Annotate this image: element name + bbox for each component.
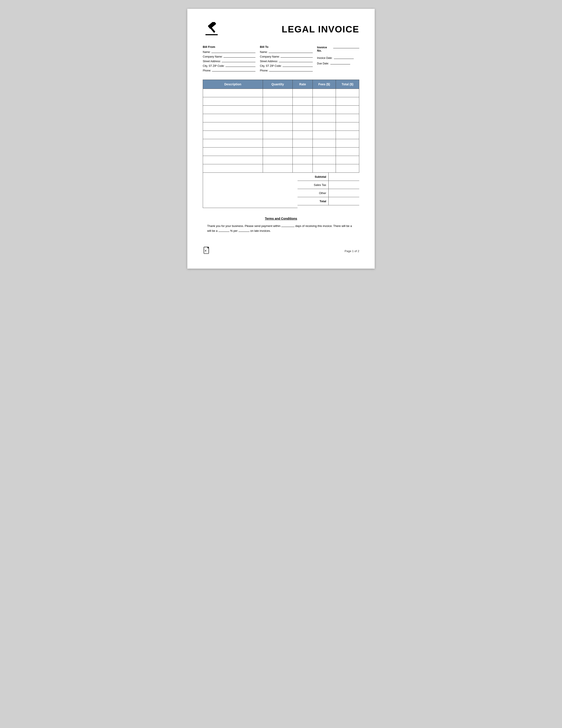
cell-rate[interactable] — [293, 114, 313, 122]
invoice-date-row: Invoice Date: — [317, 56, 359, 60]
table-row — [203, 114, 359, 122]
cell-qty[interactable] — [263, 89, 293, 97]
terms-blank-per[interactable] — [239, 229, 250, 232]
cell-fees[interactable] — [312, 148, 336, 156]
cell-qty[interactable] — [263, 131, 293, 139]
cell-rate[interactable] — [293, 148, 313, 156]
svg-rect-2 — [206, 34, 218, 35]
bill-from-phone-value[interactable] — [212, 68, 256, 71]
terms-heading: Terms and Conditions — [203, 217, 359, 220]
cell-fees[interactable] — [312, 131, 336, 139]
notes-area[interactable] — [203, 173, 297, 208]
cell-rate[interactable] — [293, 89, 313, 97]
other-value[interactable] — [328, 189, 359, 197]
cell-desc[interactable] — [203, 156, 263, 164]
cell-fees[interactable] — [312, 156, 336, 164]
cell-total[interactable] — [336, 148, 359, 156]
sales-tax-value[interactable] — [328, 181, 359, 189]
bill-to-name-value[interactable] — [269, 50, 313, 53]
invoice-info-column: Invoice No. Invoice Date: Due Date: — [317, 45, 359, 73]
cell-desc[interactable] — [203, 131, 263, 139]
cell-fees[interactable] — [312, 114, 336, 122]
cell-desc[interactable] — [203, 148, 263, 156]
bill-to-phone-label: Phone: — [260, 69, 268, 72]
cell-qty[interactable] — [263, 164, 293, 173]
cell-desc[interactable] — [203, 164, 263, 173]
due-date-row: Due Date: — [317, 61, 359, 65]
terms-blank-days[interactable] — [281, 224, 294, 227]
table-row — [203, 89, 359, 97]
subtotal-value[interactable] — [328, 173, 359, 181]
table-row — [203, 156, 359, 164]
bill-to-phone-value[interactable] — [269, 68, 312, 71]
cell-desc[interactable] — [203, 89, 263, 97]
cell-total[interactable] — [336, 131, 359, 139]
cell-total[interactable] — [336, 89, 359, 97]
other-label: Other — [306, 190, 328, 197]
cell-desc[interactable] — [203, 139, 263, 148]
bill-from-address-label: Street Address: — [203, 60, 221, 63]
cell-fees[interactable] — [312, 106, 336, 114]
cell-rate[interactable] — [293, 156, 313, 164]
cell-fees[interactable] — [312, 139, 336, 148]
bill-to-city-label: City, ST ZIP Code: — [260, 64, 281, 67]
bill-from-name-value[interactable] — [211, 50, 256, 53]
cell-total[interactable] — [336, 106, 359, 114]
cell-qty[interactable] — [263, 97, 293, 106]
cell-total[interactable] — [336, 114, 359, 122]
cell-qty[interactable] — [263, 122, 293, 131]
bill-to-company-label: Company Name: — [260, 55, 280, 58]
cell-fees[interactable] — [312, 97, 336, 106]
bill-from-address-value[interactable] — [222, 59, 256, 62]
cell-rate[interactable] — [293, 106, 313, 114]
cell-fees[interactable] — [312, 122, 336, 131]
cell-qty[interactable] — [263, 139, 293, 148]
total-label: Total — [306, 198, 328, 205]
bill-to-city-value[interactable] — [282, 64, 313, 67]
cell-total[interactable] — [336, 139, 359, 148]
cell-fees[interactable] — [312, 89, 336, 97]
terms-blank-percent[interactable] — [219, 229, 230, 232]
cell-qty[interactable] — [263, 106, 293, 114]
cell-fees[interactable] — [312, 164, 336, 173]
invoice-table: Description Quantity Rate Fees ($) Total… — [203, 80, 359, 173]
cell-desc[interactable] — [203, 122, 263, 131]
cell-total[interactable] — [336, 156, 359, 164]
bill-from-phone-label: Phone: — [203, 69, 211, 72]
bill-to-company-value[interactable] — [281, 54, 312, 58]
bill-to-name-label: Name: — [260, 51, 268, 54]
subtotal-label: Subtotal — [306, 173, 328, 180]
bill-to-name-row: Name: — [260, 50, 312, 54]
cell-rate[interactable] — [293, 139, 313, 148]
bill-from-city-value[interactable] — [226, 64, 256, 67]
cell-total[interactable] — [336, 97, 359, 106]
invoice-no-value[interactable] — [333, 45, 359, 48]
cell-desc[interactable] — [203, 114, 263, 122]
terms-text-part4: on late invoices. — [250, 229, 271, 232]
invoice-date-label: Invoice Date: — [317, 56, 332, 60]
col-rate: Rate — [293, 80, 313, 89]
due-date-value[interactable] — [330, 61, 350, 64]
bill-from-phone-row: Phone: — [203, 68, 256, 72]
cell-desc[interactable] — [203, 97, 263, 106]
invoice-date-value[interactable] — [334, 56, 354, 59]
cell-rate[interactable] — [293, 131, 313, 139]
cell-rate[interactable] — [293, 122, 313, 131]
total-value[interactable] — [328, 197, 359, 205]
bill-from-company-value[interactable] — [224, 54, 256, 58]
cell-total[interactable] — [336, 164, 359, 173]
invoice-title: LEGAL INVOICE — [221, 24, 359, 35]
cell-qty[interactable] — [263, 114, 293, 122]
cell-rate[interactable] — [293, 97, 313, 106]
cell-qty[interactable] — [263, 156, 293, 164]
cell-rate[interactable] — [293, 164, 313, 173]
cell-desc[interactable] — [203, 106, 263, 114]
cell-qty[interactable] — [263, 148, 293, 156]
col-description: Description — [203, 80, 263, 89]
bill-to-phone-row: Phone: — [260, 68, 312, 72]
total-row: Total — [297, 197, 359, 205]
cell-total[interactable] — [336, 122, 359, 131]
due-date-label: Due Date: — [317, 62, 329, 65]
totals-right: Subtotal Sales Tax Other Total — [297, 173, 359, 208]
bill-to-address-value[interactable] — [279, 59, 312, 62]
